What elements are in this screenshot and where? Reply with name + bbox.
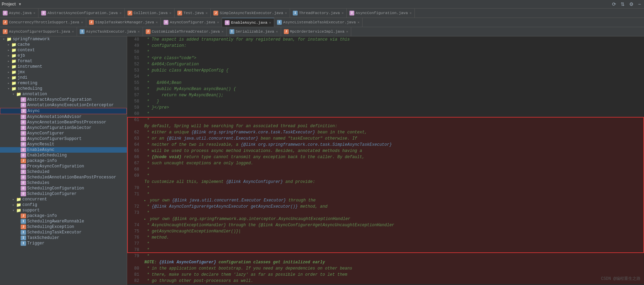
sidebar-item-TaskScheduler[interactable]: ITaskScheduler <box>0 235 127 241</box>
tab-close-button[interactable]: ✕ <box>72 30 74 34</box>
tree-item-label: AsyncAnnotationAdvisor <box>27 114 81 119</box>
sidebar-item-SchedulingAwareRunnable[interactable]: ISchedulingAwareRunnable <box>0 219 127 224</box>
tab-close-button[interactable]: ✕ <box>346 30 348 34</box>
tab-AbstractAsyncConfiguration-java[interactable]: @AbstractAsyncConfiguration.java✕ <box>38 9 125 18</box>
sidebar-item-Async[interactable]: @Async <box>0 108 127 114</box>
tree-file-icon: @ <box>21 153 26 158</box>
code-area[interactable]: 48 * The aspect is added transparently f… <box>127 36 644 285</box>
tab-icon-java: J <box>177 11 182 15</box>
tab-close-button[interactable]: ✕ <box>285 11 287 15</box>
sidebar-item-AsyncConfigurationSelector[interactable]: @AsyncConfigurationSelector <box>0 125 127 131</box>
sidebar-item-SchedulingException[interactable]: JSchedulingException <box>0 224 127 230</box>
line-code: * configuration: <box>143 43 644 49</box>
line-code: * AsyncUncaughtExceptionHandler} through… <box>143 222 644 228</box>
sidebar-item-package-info[interactable]: Jpackage-info <box>0 158 127 164</box>
tab-CustomizableThreadCreator-java[interactable]: JCustomizableThreadCreator.java✕ <box>143 27 227 36</box>
tab-close-button[interactable]: ✕ <box>410 11 412 15</box>
tab-Serializable-java[interactable]: ISerializable.java✕ <box>227 27 281 36</box>
sidebar-item-concurrent[interactable]: ▸📁concurrent <box>0 197 127 202</box>
tree-item-label: AbstractAsyncConfiguration <box>27 97 91 102</box>
settings-button[interactable]: ⚙ <box>628 1 635 8</box>
sidebar-item-package-info2[interactable]: Jpackage-info <box>0 213 127 219</box>
tab-ConcurrencyThrottleSupport-java[interactable]: JConcurrencyThrottleSupport.java✕ <box>0 18 86 27</box>
sidebar-item-EnableScheduling[interactable]: @EnableScheduling <box>0 153 127 158</box>
line-number: 62 <box>127 129 143 135</box>
sidebar-item-context[interactable]: ▸📁context <box>0 47 127 53</box>
sidebar-item-scheduling[interactable]: ▾📁scheduling <box>0 86 127 91</box>
watermark: CSDN @编程重生之路 <box>601 276 641 282</box>
tab-ThreadFactory-java[interactable]: IThreadFactory.java✕ <box>290 9 347 18</box>
sidebar-item-jndi[interactable]: ▸📁jndi <box>0 75 127 80</box>
tree-item-label: jmx <box>18 70 25 75</box>
sidebar-item-AsyncResult[interactable]: @AsyncResult <box>0 142 127 147</box>
sync-button[interactable]: ⟳ <box>611 1 618 8</box>
sidebar-item-Schedules[interactable]: @Schedules <box>0 180 127 186</box>
line-number: 79 <box>127 253 143 265</box>
tree-file-icon: 📁 <box>11 53 16 58</box>
tab-AsyncConfiguration-java[interactable]: @AsyncConfiguration.java✕ <box>347 9 415 18</box>
tab-close-button[interactable]: ✕ <box>156 20 158 24</box>
tab-close-button[interactable]: ✕ <box>120 11 122 15</box>
tab-close-button[interactable]: ✕ <box>206 11 208 15</box>
sort-button[interactable]: ⇅ <box>619 1 626 8</box>
tab-SimpleAsyncTaskExecutor-java[interactable]: JSimpleAsyncTaskExecutor.java✕ <box>211 9 290 18</box>
sidebar-item-config[interactable]: ▸📁config <box>0 202 127 208</box>
sidebar-item-instrument[interactable]: ▸📁instrument <box>0 64 127 69</box>
sidebar-item-cache[interactable]: ▸📁cache <box>0 42 127 47</box>
tab-EnableAsync-java[interactable]: @EnableAsync.java✕ <box>222 18 274 27</box>
tree-item-label: SchedulingConfigurer <box>27 191 77 196</box>
sidebar-item-SchedulingConfigurer[interactable]: @SchedulingConfigurer <box>0 191 127 197</box>
code-line-54: 54 * <box>127 74 644 80</box>
tab-label: AsyncConfigurerSupport.java <box>9 30 70 34</box>
tab-close-button[interactable]: ✕ <box>81 20 83 24</box>
tab-close-button[interactable]: ✕ <box>357 20 359 24</box>
tab-close-button[interactable]: ✕ <box>269 21 271 25</box>
sidebar-item-Trigger[interactable]: ITrigger <box>0 241 127 246</box>
sidebar-item-AnnotationAsyncExecutionInterceptor[interactable]: @AnnotationAsyncExecutionInterceptor <box>0 102 127 108</box>
tab-AsyncTaskExecutor-java[interactable]: IAsyncTaskExecutor.java✕ <box>77 27 143 36</box>
sidebar-item-ProxyAsyncConfiguration[interactable]: @ProxyAsyncConfiguration <box>0 164 127 169</box>
sidebar-item-Scheduled[interactable]: @Scheduled <box>0 169 127 175</box>
sidebar-item-AbstractAsyncConfiguration[interactable]: @AbstractAsyncConfiguration <box>0 97 127 102</box>
tab-close-button[interactable]: ✕ <box>217 20 219 24</box>
tab-close-button[interactable]: ✕ <box>33 11 35 15</box>
sidebar-item-springframework[interactable]: ▾📁springframework <box>0 36 127 42</box>
sidebar-item-AsyncAnnotationAdvisor[interactable]: @AsyncAnnotationAdvisor <box>0 114 127 120</box>
sidebar-item-SchedulingTaskExecutor[interactable]: ISchedulingTaskExecutor <box>0 230 127 235</box>
sidebar-item-jmx[interactable]: ▸📁jmx <box>0 69 127 75</box>
sidebar-item-AsyncAnnotationBeanPostProcessor[interactable]: @AsyncAnnotationBeanPostProcessor <box>0 120 127 125</box>
sidebar-item-format[interactable]: ▸📁format <box>0 58 127 64</box>
sidebar-item-EnableAsync[interactable]: @EnableAsync <box>0 147 127 153</box>
tab-AsyncConfigurerSupport-java[interactable]: JAsyncConfigurerSupport.java✕ <box>0 27 77 36</box>
tree-item-label: package-info <box>27 213 57 218</box>
tab-close-button[interactable]: ✕ <box>138 30 140 34</box>
line-number: 55 <box>127 80 143 86</box>
sidebar-item-ejb[interactable]: ▸📁ejb <box>0 53 127 58</box>
code-line-74: 74 * AsyncUncaughtExceptionHandler} thro… <box>127 222 644 228</box>
line-code: * neither of the two is resolvable, a {@… <box>143 142 644 148</box>
tab-MpcOrderServiceImpl-java[interactable]: JMpcOrderServiceImpl.java✕ <box>281 27 351 36</box>
sidebar-item-remoting[interactable]: ▸📁remoting <box>0 80 127 86</box>
top-toolbar: Project ▾ ⟳ ⇅ ⚙ − <box>0 0 644 9</box>
tab-AsyncListenableTaskExecutor-java[interactable]: IAsyncListenableTaskExecutor.java✕ <box>274 18 363 27</box>
tree-item-label: ejb <box>18 53 25 58</box>
tree-file-icon: @ <box>21 142 26 147</box>
tab-AsyncConfigurer-java[interactable]: @AsyncConfigurer.java✕ <box>161 18 222 27</box>
sidebar-item-SchedulingConfiguration[interactable]: @SchedulingConfiguration <box>0 186 127 191</box>
tab-close-button[interactable]: ✕ <box>342 11 344 15</box>
sidebar-item-AsyncConfigurer[interactable]: @AsyncConfigurer <box>0 131 127 136</box>
tab-close-button[interactable]: ✕ <box>276 30 278 34</box>
tab-Test-java[interactable]: JTest.java✕ <box>175 9 211 18</box>
tree-item-label: AnnotationAsyncExecutionInterceptor <box>27 103 114 108</box>
minimize-button[interactable]: − <box>637 1 642 8</box>
tab-close-button[interactable]: ✕ <box>169 11 171 15</box>
tab-Async-java[interactable]: @Async.java✕ <box>0 9 38 18</box>
sidebar-item-ScheduledAnnotationBeanPostProcessor[interactable]: @ScheduledAnnotationBeanPostProcessor <box>0 175 127 180</box>
tab-close-button[interactable]: ✕ <box>222 30 224 34</box>
sidebar-item-annotation[interactable]: ▾📁annotation <box>0 91 127 97</box>
tab-SimpleTaskWorkManager-java[interactable]: JSimpleTaskWorkManager.java✕ <box>86 18 161 27</box>
tree-item-label: config <box>22 202 37 207</box>
tab-Collection-java[interactable]: JCollection.java✕ <box>125 9 175 18</box>
sidebar-item-support[interactable]: ▾📁support <box>0 208 127 213</box>
sidebar-item-AsyncConfigurerSupport[interactable]: @AsyncConfigurerSupport <box>0 136 127 142</box>
